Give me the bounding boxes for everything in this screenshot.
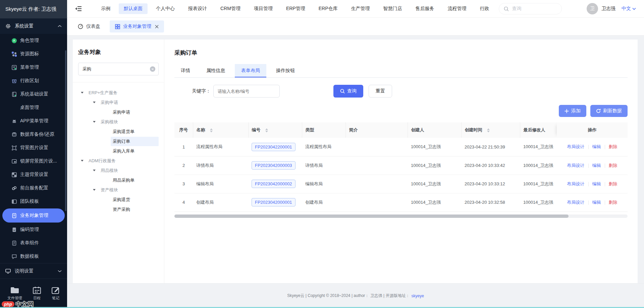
- sidebar-item-encode-management[interactable]: w 编码管理: [0, 223, 67, 236]
- code-badge[interactable]: FP2023042000003: [252, 161, 296, 170]
- dock-notes[interactable]: 笔记: [52, 287, 60, 301]
- nav-item-workflow[interactable]: 流程管理: [442, 3, 471, 14]
- sidebar-collapse-icon[interactable]: [75, 6, 82, 11]
- sidebar-item-form-components[interactable]: 表单组件: [0, 236, 67, 250]
- tree-node-erp-production[interactable]: ERP+生产服务: [78, 88, 159, 98]
- sidebar-item-theme-bg[interactable]: 主题背景设置: [0, 168, 67, 181]
- tree-node-asset-module[interactable]: 资产模块: [78, 185, 159, 195]
- nav-item-project[interactable]: 项目管理: [249, 3, 278, 14]
- nav-item-crm[interactable]: CRM管理: [215, 3, 246, 14]
- code-badge[interactable]: FP2023042200001: [252, 143, 296, 151]
- tree-node-purchase-order[interactable]: 采购订单: [78, 136, 159, 146]
- global-search-input[interactable]: 查询: [499, 3, 562, 14]
- delete-link[interactable]: 删除: [609, 181, 618, 186]
- edit-link[interactable]: 编辑: [592, 163, 601, 168]
- gear-icon: [5, 23, 11, 29]
- sidebar-item-team-template[interactable]: 团队模板: [0, 195, 67, 208]
- edit-link[interactable]: 编辑: [592, 200, 601, 205]
- nav-item-after-sales[interactable]: 售后服务: [410, 3, 439, 14]
- layout-design-link[interactable]: 布局设计: [567, 144, 585, 149]
- tree-node-adm-service[interactable]: ADM行政服务: [78, 156, 159, 166]
- sidebar-item-desktop-management[interactable]: 桌面管理: [0, 101, 67, 114]
- tab-action-buttons[interactable]: 操作按钮: [270, 64, 301, 77]
- layout-design-link[interactable]: 布局设计: [567, 200, 585, 205]
- footer-link[interactable]: skyeye: [411, 294, 424, 298]
- layout-design-link[interactable]: 布局设计: [567, 163, 585, 168]
- tree-node-purchase-request[interactable]: 采购申请: [78, 107, 159, 117]
- nav-item-smart-store[interactable]: 智慧门店: [378, 3, 407, 14]
- sidebar-item-frontend-config[interactable]: 前台服务配置: [0, 181, 67, 195]
- delete-link[interactable]: 删除: [609, 200, 618, 205]
- caret-down-icon[interactable]: [81, 92, 84, 94]
- nav-item-erp-warehouse[interactable]: ERP仓库: [314, 3, 343, 14]
- user-name[interactable]: 卫志强: [601, 6, 615, 12]
- caret-down-icon[interactable]: [93, 170, 96, 171]
- clear-icon[interactable]: ✕: [150, 66, 155, 72]
- sidebar-item-resource-icons[interactable]: 资源图标: [0, 47, 67, 61]
- close-icon[interactable]: [155, 25, 159, 28]
- dock-calendar[interactable]: 日程: [33, 287, 41, 301]
- sidebar-dock: 文件管理 日程 笔记: [0, 287, 67, 301]
- language-switcher[interactable]: 中文: [622, 6, 636, 12]
- sidebar-section-system-settings[interactable]: 系统设置: [0, 18, 67, 34]
- tree-node-supplies-module[interactable]: 用品模块: [78, 166, 159, 175]
- menu-management-icon: [11, 65, 17, 70]
- sidebar-item-lockscreen-bg[interactable]: 锁屏背景图片设...: [0, 155, 67, 168]
- sort-control[interactable]: [265, 128, 268, 132]
- tab-business-object-management[interactable]: 业务对象管理: [110, 20, 164, 33]
- sidebar-item-menu-management[interactable]: 菜单管理: [0, 61, 67, 74]
- sidebar-item-app-menu[interactable]: APP菜单管理: [0, 114, 67, 128]
- delete-link[interactable]: 删除: [609, 144, 618, 149]
- nav-item-report-design[interactable]: 报表设计: [183, 3, 212, 14]
- reset-button[interactable]: 重置: [369, 85, 392, 98]
- tab-details[interactable]: 详情: [174, 64, 197, 77]
- tab-attribute-info[interactable]: 属性信息: [200, 64, 231, 77]
- sidebar-item-admin-region[interactable]: 行政区划: [0, 74, 67, 87]
- sidebar-item-system-base[interactable]: 系统基础设置: [0, 87, 67, 101]
- tree-node-purchase-return[interactable]: 采购退货: [78, 195, 159, 204]
- sidebar-section-description-settings[interactable]: 说明设置: [0, 263, 67, 279]
- nav-item-personal-center[interactable]: 个人中心: [151, 3, 180, 14]
- code-badge[interactable]: FP2023042000001: [252, 198, 296, 206]
- nav-item-administration[interactable]: 行政: [475, 3, 494, 14]
- nav-item-example[interactable]: 示例: [96, 3, 115, 14]
- tree-node-purchase-request-group[interactable]: 采购申请: [78, 98, 159, 107]
- tab-dashboard[interactable]: 仪表盘: [72, 20, 106, 33]
- sidebar-item-db-backup[interactable]: 数据库备份/还原: [0, 128, 67, 141]
- edit-link[interactable]: 编辑: [592, 144, 601, 149]
- sidebar-item-roles[interactable]: A 角色管理: [0, 34, 67, 47]
- tree-search-input[interactable]: [78, 63, 159, 75]
- code-badge[interactable]: FP2023042000002: [252, 180, 296, 188]
- delete-link[interactable]: 删除: [609, 163, 618, 168]
- layout-design-link[interactable]: 布局设计: [567, 181, 585, 186]
- tree-node-purchase-inbound[interactable]: 采购入库单: [78, 146, 159, 156]
- add-button[interactable]: 添加: [559, 105, 586, 117]
- caret-down-icon[interactable]: [93, 189, 96, 191]
- tree-node-purchase-return-order[interactable]: 采购退货单: [78, 127, 159, 136]
- nav-item-production[interactable]: 生产管理: [346, 3, 375, 14]
- sidebar-scrollbar[interactable]: [65, 50, 66, 211]
- query-button[interactable]: 查询: [333, 85, 363, 98]
- scrollbar-thumb[interactable]: [174, 214, 569, 218]
- dock-file-manager[interactable]: 文件管理: [7, 287, 22, 301]
- sidebar-item-business-objects[interactable]: 业务对象管理: [2, 208, 65, 223]
- tree-node-asset-purchase[interactable]: 资产采购: [78, 204, 159, 214]
- horizontal-scrollbar[interactable]: [174, 214, 628, 218]
- sidebar-item-bg-image[interactable]: 背景图片设置: [0, 141, 67, 155]
- sidebar-item-data-templates[interactable]: 数据模板: [0, 250, 67, 263]
- tree-node-purchase-module[interactable]: 采购模块: [78, 117, 159, 127]
- caret-down-icon[interactable]: [93, 121, 96, 123]
- keyword-input[interactable]: [213, 85, 280, 98]
- tree-node-supplies-purchase[interactable]: 用品采购单: [78, 175, 159, 185]
- avatar[interactable]: 卫: [587, 3, 598, 14]
- tab-form-layout[interactable]: 表单布局: [235, 64, 266, 77]
- caret-down-icon[interactable]: [81, 160, 84, 162]
- sidebar-section-project-planning[interactable]: 项目业务规划: [0, 279, 67, 283]
- sort-control[interactable]: [487, 128, 490, 132]
- edit-link[interactable]: 编辑: [592, 181, 601, 186]
- caret-down-icon[interactable]: [93, 102, 96, 103]
- refresh-button[interactable]: 刷新数据: [590, 105, 628, 117]
- sort-control[interactable]: [210, 128, 213, 132]
- nav-item-default-desktop[interactable]: 默认桌面: [119, 3, 148, 14]
- nav-item-erp[interactable]: ERP管理: [281, 3, 310, 14]
